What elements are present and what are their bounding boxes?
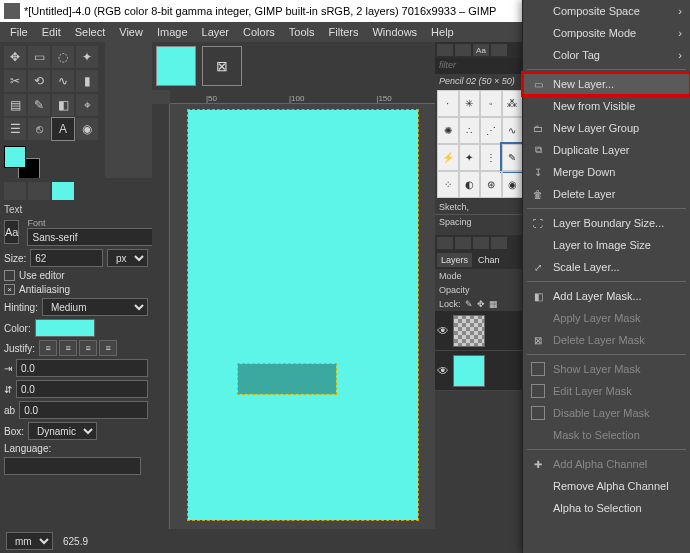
ctx-remove-alpha[interactable]: Remove Alpha Channel: [523, 475, 690, 497]
dock-tab[interactable]: [473, 237, 489, 249]
size-unit-select[interactable]: px: [107, 249, 148, 267]
brush-item[interactable]: ⁘: [437, 171, 459, 198]
tool-gradient[interactable]: ▤: [4, 94, 26, 116]
tool-warp[interactable]: ∿: [52, 70, 74, 92]
lock-pixels-icon[interactable]: ✎: [465, 299, 473, 309]
menu-windows[interactable]: Windows: [366, 24, 423, 40]
box-select[interactable]: Dynamic: [28, 422, 97, 440]
use-editor-checkbox[interactable]: [4, 270, 15, 281]
antialiasing-checkbox[interactable]: ×: [4, 284, 15, 295]
text-box-selection[interactable]: [238, 364, 336, 394]
tool-path[interactable]: ⎋: [28, 118, 50, 140]
ctx-layer-boundary[interactable]: ⛶Layer Boundary Size...: [523, 212, 690, 234]
brush-item[interactable]: ·: [437, 90, 459, 117]
ctx-composite-mode[interactable]: Composite Mode: [523, 22, 690, 44]
brush-item[interactable]: ◐: [459, 171, 481, 198]
ctx-layer-to-image[interactable]: Layer to Image Size: [523, 234, 690, 256]
menu-tools[interactable]: Tools: [283, 24, 321, 40]
tool-move[interactable]: ✥: [4, 46, 26, 68]
menu-file[interactable]: File: [4, 24, 34, 40]
tool-bucket[interactable]: ▮: [76, 70, 98, 92]
brush-item[interactable]: ⚡: [437, 144, 459, 171]
tool-eraser[interactable]: ◧: [52, 94, 74, 116]
layers-tab[interactable]: Layers: [437, 253, 472, 267]
tool-rect-select[interactable]: ▭: [28, 46, 50, 68]
layer-thumb[interactable]: [453, 315, 485, 347]
dock-tab-brushes[interactable]: [437, 44, 453, 56]
ctx-scale-layer[interactable]: ⤢Scale Layer...: [523, 256, 690, 278]
justify-left[interactable]: ≡: [39, 340, 57, 356]
opt-tab-2[interactable]: [28, 182, 50, 200]
ctx-merge-down[interactable]: ↧Merge Down: [523, 161, 690, 183]
menu-image[interactable]: Image: [151, 24, 194, 40]
ctx-alpha-to-selection[interactable]: Alpha to Selection: [523, 497, 690, 519]
filter-input[interactable]: [439, 60, 521, 70]
menu-edit[interactable]: Edit: [36, 24, 67, 40]
menu-select[interactable]: Select: [69, 24, 112, 40]
language-input[interactable]: [4, 457, 141, 475]
justify-center[interactable]: ≡: [79, 340, 97, 356]
unit-select[interactable]: mm: [6, 532, 53, 550]
brush-item[interactable]: ⊛: [480, 171, 502, 198]
menu-layer[interactable]: Layer: [196, 24, 236, 40]
opt-tab-1[interactable]: [4, 182, 26, 200]
layer-visibility-icon[interactable]: 👁: [437, 364, 449, 378]
ctx-duplicate-layer[interactable]: ⧉Duplicate Layer: [523, 139, 690, 161]
ctx-new-from-visible[interactable]: New from Visible: [523, 95, 690, 117]
line-spacing-input[interactable]: [16, 380, 148, 398]
font-preview-icon[interactable]: Aa: [4, 220, 19, 244]
layer-row[interactable]: 👁: [435, 351, 525, 391]
tool-free-select[interactable]: ◌: [52, 46, 74, 68]
menu-filters[interactable]: Filters: [323, 24, 365, 40]
brush-item[interactable]: ◦: [480, 90, 502, 117]
size-input[interactable]: [30, 249, 103, 267]
brush-item[interactable]: ⋮: [480, 144, 502, 171]
menu-view[interactable]: View: [113, 24, 149, 40]
lock-alpha-icon[interactable]: ▦: [489, 299, 498, 309]
hinting-select[interactable]: Medium: [42, 298, 148, 316]
layer-visibility-icon[interactable]: 👁: [437, 324, 449, 338]
tool-transform[interactable]: ⟲: [28, 70, 50, 92]
dock-tab-fonts[interactable]: Aa: [473, 44, 489, 56]
layer-row[interactable]: 👁: [435, 311, 525, 351]
menu-colors[interactable]: Colors: [237, 24, 281, 40]
tool-color-picker[interactable]: ◉: [76, 118, 98, 140]
tool-brush[interactable]: ✎: [28, 94, 50, 116]
ctx-delete-layer[interactable]: 🗑Delete Layer: [523, 183, 690, 205]
letter-spacing-input[interactable]: [19, 401, 148, 419]
ctx-new-layer[interactable]: ▭New Layer...: [523, 73, 690, 95]
ctx-color-tag[interactable]: Color Tag: [523, 44, 690, 66]
opt-tab-active[interactable]: [52, 182, 74, 200]
tool-clone[interactable]: ⌖: [76, 94, 98, 116]
ctx-new-layer-group[interactable]: 🗀New Layer Group: [523, 117, 690, 139]
zoom-value[interactable]: 625.9: [63, 536, 88, 547]
dock-tab-patterns[interactable]: [455, 44, 471, 56]
tool-text[interactable]: A: [52, 118, 74, 140]
menu-help[interactable]: Help: [425, 24, 460, 40]
fg-color-swatch[interactable]: [4, 146, 26, 168]
font-input[interactable]: [27, 228, 152, 246]
lock-position-icon[interactable]: ✥: [477, 299, 485, 309]
justify-right[interactable]: ≡: [59, 340, 77, 356]
brush-item[interactable]: ✺: [437, 117, 459, 144]
brush-item[interactable]: ✳: [459, 90, 481, 117]
tool-smudge[interactable]: ☰: [4, 118, 26, 140]
brush-item-selected[interactable]: ✎: [502, 144, 524, 171]
brush-item[interactable]: ⁂: [502, 90, 524, 117]
image-tab-1[interactable]: [156, 46, 196, 86]
text-color-swatch[interactable]: [35, 319, 95, 337]
canvas-page[interactable]: [188, 110, 418, 520]
dock-tab-history[interactable]: [491, 44, 507, 56]
dock-tab[interactable]: [437, 237, 453, 249]
indent-input[interactable]: [16, 359, 148, 377]
brush-item[interactable]: ◉: [502, 171, 524, 198]
brush-item[interactable]: ∴: [459, 117, 481, 144]
image-tab-close[interactable]: ⊠: [202, 46, 242, 86]
dock-tab[interactable]: [455, 237, 471, 249]
tool-fuzzy-select[interactable]: ✦: [76, 46, 98, 68]
ctx-add-layer-mask[interactable]: ◧Add Layer Mask...: [523, 285, 690, 307]
layer-thumb[interactable]: [453, 355, 485, 387]
brush-item[interactable]: ⋰: [480, 117, 502, 144]
brush-item[interactable]: ✦: [459, 144, 481, 171]
justify-fill[interactable]: ≡: [99, 340, 117, 356]
